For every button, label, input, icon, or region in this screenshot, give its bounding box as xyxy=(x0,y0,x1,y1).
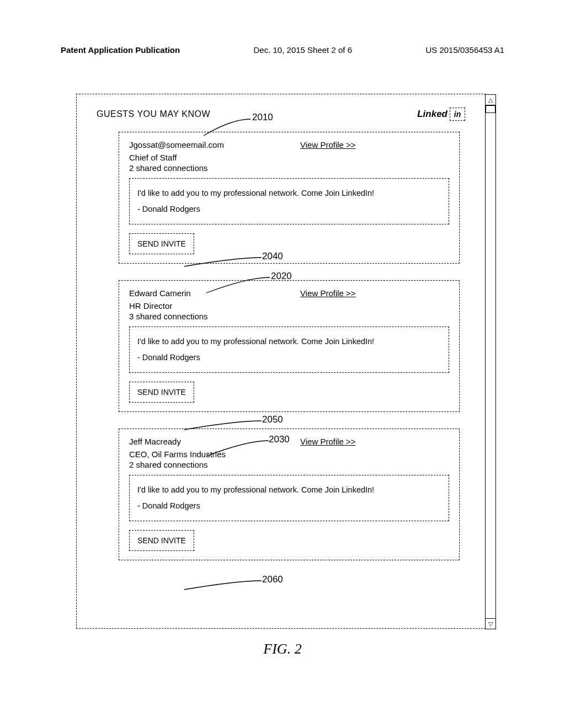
message-line: I'd like to add you to my professional n… xyxy=(137,482,441,498)
header-pubnum: US 2015/0356453 A1 xyxy=(425,45,504,55)
guest-card: Jeff Macready View Profile >> CEO, Oil F… xyxy=(119,429,460,560)
ref-2040: 2040 xyxy=(262,251,283,262)
guest-role: CEO, Oil Farms Industries xyxy=(129,449,449,459)
shared-connections: 3 shared connections xyxy=(129,312,449,321)
app-window: △ ▽ GUESTS YOU MAY KNOW Linked in Jgossa… xyxy=(76,94,486,629)
shared-connections: 2 shared connections xyxy=(129,460,449,469)
page-title: GUESTS YOU MAY KNOW xyxy=(97,109,210,119)
message-line: I'd like to add you to my professional n… xyxy=(137,185,441,201)
invite-message[interactable]: I'd like to add you to my professional n… xyxy=(129,326,449,373)
leader-line xyxy=(182,577,264,594)
message-signature: - Donald Rodgers xyxy=(137,350,441,366)
guest-role: HR Director xyxy=(129,301,449,311)
guest-card: Jgossat@someemail.com View Profile >> Ch… xyxy=(119,132,460,264)
figure-area: △ ▽ GUESTS YOU MAY KNOW Linked in Jgossa… xyxy=(76,94,489,657)
header-publication: Patent Application Publication xyxy=(61,45,180,55)
send-invite-button[interactable]: SEND INVITE xyxy=(129,530,194,551)
shared-connections: 2 shared connections xyxy=(129,163,449,173)
guest-card: Edward Camerin View Profile >> HR Direct… xyxy=(119,280,460,412)
message-signature: - Donald Rodgers xyxy=(137,498,441,514)
message-line: I'd like to add you to my professional n… xyxy=(137,334,441,350)
send-invite-button[interactable]: SEND INVITE xyxy=(129,382,194,403)
scroll-track[interactable] xyxy=(485,105,496,618)
figure-caption: FIG. 2 xyxy=(76,641,489,657)
guest-name: Jgossat@someemail.com xyxy=(129,140,245,149)
leader-line xyxy=(204,438,271,458)
scroll-down-icon[interactable]: ▽ xyxy=(485,618,496,629)
leader-line xyxy=(182,417,264,434)
ref-2060: 2060 xyxy=(262,574,283,585)
view-profile-link[interactable]: View Profile >> xyxy=(300,437,356,446)
leader-line xyxy=(204,275,273,295)
ref-2030: 2030 xyxy=(269,434,290,445)
guest-role: Chief of Staff xyxy=(129,153,449,162)
page-header: Patent Application Publication Dec. 10, … xyxy=(0,45,565,55)
linkedin-logo: Linked in xyxy=(417,108,465,121)
logo-text: Linked xyxy=(417,109,447,120)
scroll-up-icon[interactable]: △ xyxy=(485,94,496,105)
logo-in-box: in xyxy=(450,108,465,121)
send-invite-button[interactable]: SEND INVITE xyxy=(129,233,194,254)
scrollbar[interactable]: △ ▽ xyxy=(485,94,496,629)
ref-2020: 2020 xyxy=(271,271,292,282)
invite-message[interactable]: I'd like to add you to my professional n… xyxy=(129,178,449,224)
scroll-thumb[interactable] xyxy=(486,105,495,113)
header-date-sheet: Dec. 10, 2015 Sheet 2 of 6 xyxy=(254,45,352,55)
leader-line xyxy=(198,116,253,138)
invite-message[interactable]: I'd like to add you to my professional n… xyxy=(129,475,449,521)
view-profile-link[interactable]: View Profile >> xyxy=(300,140,356,149)
leader-line xyxy=(182,254,264,271)
message-signature: - Donald Rodgers xyxy=(137,201,441,217)
view-profile-link[interactable]: View Profile >> xyxy=(300,288,356,298)
ref-2050: 2050 xyxy=(262,414,283,425)
ref-2010: 2010 xyxy=(252,112,273,123)
